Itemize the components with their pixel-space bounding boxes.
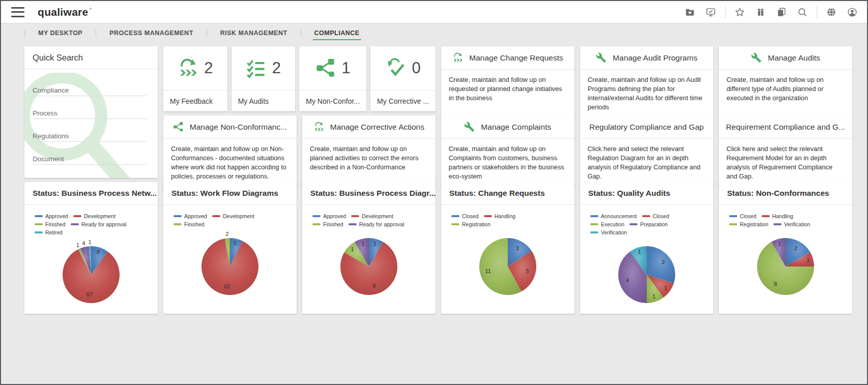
card-description: Create, maintain and follow up on Non-Co… bbox=[163, 139, 297, 187]
media-folder-button[interactable] bbox=[683, 6, 697, 19]
dashboard-grid: Quick Search 2My Feedback2My Audits1My N… bbox=[1, 43, 867, 314]
quick-search-input-compliance[interactable] bbox=[33, 84, 147, 96]
pie-chart: 2181 bbox=[747, 228, 824, 305]
quick-search-fields bbox=[24, 69, 158, 165]
tab-process-management[interactable]: PROCESS MANAGEMENT bbox=[96, 23, 207, 43]
chart-legend: ClosedHandlingRegistrationVerification bbox=[729, 213, 842, 227]
logo-text: qualiware bbox=[38, 6, 89, 18]
legend-item: Approved bbox=[312, 213, 346, 219]
legend-item: Finished bbox=[173, 221, 205, 227]
manage-card-manage-corrective-actions[interactable]: Manage Corrective ActionsCreate, maintai… bbox=[302, 115, 436, 187]
account-button[interactable] bbox=[846, 6, 859, 19]
legend-item: Approved bbox=[173, 213, 207, 219]
manage-card-manage-change-requests[interactable]: Manage Change RequestsCreate, maintain a… bbox=[441, 46, 574, 118]
legend-item: Ready for approval bbox=[71, 221, 127, 227]
stat-card-my-non-confor[interactable]: 1My Non-Confor... bbox=[299, 46, 366, 111]
legend-swatch bbox=[35, 223, 43, 225]
status-chart-card-5[interactable]: Status: Non-ConformancesClosedHandlingRe… bbox=[719, 182, 852, 314]
hamburger-icon bbox=[11, 7, 24, 9]
status-chart-card-1[interactable]: Status: Work Flow DiagramsApprovedDevelo… bbox=[163, 182, 297, 314]
stat-card-my-feedback[interactable]: 2My Feedback bbox=[163, 46, 227, 111]
legend-item: Closed bbox=[729, 213, 757, 219]
svg-text:62: 62 bbox=[224, 283, 230, 289]
account-icon bbox=[847, 7, 858, 18]
legend-item: Closed bbox=[642, 213, 670, 219]
chart-legend: ApprovedDevelopmentFinished bbox=[173, 213, 286, 227]
card-title: Manage Audit Programs bbox=[613, 53, 697, 63]
monitor-check-icon bbox=[705, 7, 716, 18]
chart-title: Status: Non-Conformances bbox=[719, 182, 852, 205]
svg-text:8: 8 bbox=[97, 249, 100, 255]
status-chart-card-0[interactable]: Status: Business Process Netw...Approved… bbox=[24, 182, 158, 314]
svg-text:1: 1 bbox=[638, 249, 641, 255]
stat-label: My Audits bbox=[232, 91, 296, 111]
chart-title: Status: Quality Audits bbox=[580, 182, 713, 205]
status-chart-card-4[interactable]: Status: Quality AuditsAnnouncementClosed… bbox=[580, 182, 713, 314]
legend-item: Registration bbox=[729, 221, 768, 227]
card-description: Create, maintain and follow up on reques… bbox=[441, 70, 574, 108]
favorites-star-button[interactable] bbox=[733, 6, 746, 19]
legend-swatch bbox=[35, 231, 43, 233]
card-description: Create, maintain and follow up on Compla… bbox=[441, 139, 574, 187]
hamburger-menu-button[interactable] bbox=[11, 7, 24, 17]
stat-label: My Corrective ... bbox=[370, 91, 436, 111]
quick-search-input-document[interactable] bbox=[33, 153, 147, 165]
svg-text:1: 1 bbox=[664, 285, 667, 291]
tab-my-desktop[interactable]: MY DESKTOP bbox=[25, 23, 96, 43]
stat-card-my-corrective[interactable]: 0My Corrective ... bbox=[370, 46, 436, 111]
search-button[interactable] bbox=[796, 6, 809, 19]
copy-button[interactable] bbox=[775, 6, 788, 19]
legend-item: Development bbox=[212, 213, 254, 219]
legend-item: Finished bbox=[35, 221, 66, 227]
chart-title: Status: Business Process Netw... bbox=[24, 182, 158, 205]
quick-search-input-process[interactable] bbox=[33, 107, 147, 119]
legend-swatch bbox=[773, 223, 782, 225]
topbar-separator bbox=[817, 6, 817, 19]
chart-legend: ClosedHandlingRegistration bbox=[451, 213, 564, 227]
manage-card-manage-audit-programs[interactable]: Manage Audit ProgramsCreate, maintain an… bbox=[580, 46, 713, 118]
binders-button[interactable] bbox=[754, 6, 767, 19]
stat-card-my-audits[interactable]: 2My Audits bbox=[232, 46, 296, 111]
legend-swatch bbox=[212, 215, 220, 217]
manage-card-regulatory-compliance-and-gap[interactable]: Regulatory Compliance and GapClick here … bbox=[580, 115, 713, 187]
tab-compliance[interactable]: COMPLIANCE bbox=[301, 23, 373, 43]
stat-label: My Feedback bbox=[163, 91, 227, 111]
card-title: Manage Non-Conformanc... bbox=[190, 123, 287, 132]
main-navigation-tabs: MY DESKTOPPROCESS MANAGEMENTRISK MANAGEM… bbox=[1, 23, 867, 43]
pie-chart: 31141 bbox=[609, 236, 685, 313]
legend-item: Finished bbox=[312, 221, 343, 227]
manage-card-requirement-compliance-and-g[interactable]: Requirement Compliance and G...Click her… bbox=[719, 115, 852, 187]
svg-text:9: 9 bbox=[372, 283, 375, 289]
manage-card-manage-audits[interactable]: Manage AuditsCreate, maintain and follow… bbox=[719, 46, 852, 118]
legend-swatch bbox=[71, 223, 79, 225]
manage-card-manage-non-conformanc[interactable]: Manage Non-Conformanc...Create, maintain… bbox=[163, 115, 297, 187]
legend-swatch bbox=[35, 215, 43, 217]
wrench-icon bbox=[596, 52, 606, 63]
manage-card-manage-complaints[interactable]: Manage ComplaintsCreate, maintain and fo… bbox=[441, 115, 574, 187]
legend-swatch bbox=[451, 223, 459, 225]
tab-risk-management[interactable]: RISK MANAGEMENT bbox=[207, 23, 301, 43]
feedback-loop-icon bbox=[178, 58, 198, 78]
svg-text:1: 1 bbox=[361, 241, 364, 247]
legend-item: Handling bbox=[484, 213, 515, 219]
card-description: Create, maintain and follow up on Audit … bbox=[580, 70, 713, 118]
quick-search-input-regulations[interactable] bbox=[33, 130, 147, 142]
my-items-stat-cards: 2My Feedback2My Audits1My Non-Confor...0… bbox=[163, 46, 436, 111]
globe-button[interactable] bbox=[825, 6, 838, 19]
chart-legend: ApprovedDevelopmentFinishedReady for app… bbox=[312, 213, 425, 227]
feedback-loop-icon bbox=[452, 52, 463, 63]
legend-swatch bbox=[173, 223, 182, 225]
topbar-separator bbox=[725, 6, 726, 19]
legend-item: Verification bbox=[590, 229, 627, 235]
legend-swatch bbox=[629, 223, 638, 225]
card-title: Manage Change Requests bbox=[469, 53, 563, 63]
svg-text:2: 2 bbox=[794, 245, 797, 251]
status-chart-card-3[interactable]: Status: Change RequestsClosedHandlingReg… bbox=[441, 182, 574, 314]
status-chart-card-2[interactable]: Status: Business Process Diagr...Approve… bbox=[302, 182, 436, 314]
pie-chart: 867141 bbox=[53, 236, 129, 313]
binders-icon bbox=[755, 7, 766, 18]
svg-text:8: 8 bbox=[774, 281, 777, 287]
monitor-check-button[interactable] bbox=[704, 6, 717, 19]
legend-item: Development bbox=[73, 213, 115, 219]
checklist-icon bbox=[246, 58, 266, 78]
